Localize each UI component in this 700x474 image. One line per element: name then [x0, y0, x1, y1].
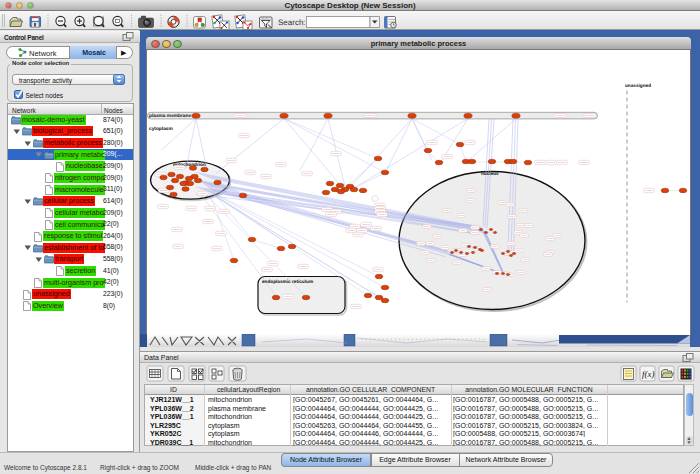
svg-text:endoplasmic reticulum: endoplasmic reticulum: [262, 279, 313, 284]
svg-text:plasma membrane: plasma membrane: [149, 113, 191, 119]
svg-text:Search:: Search:: [278, 18, 306, 27]
svg-text:f(x): f(x): [642, 369, 655, 379]
svg-text:cytoplasm: cytoplasm: [149, 125, 173, 131]
svg-text:unassigned: unassigned: [625, 83, 651, 88]
svg-text:nucleus: nucleus: [481, 171, 499, 176]
